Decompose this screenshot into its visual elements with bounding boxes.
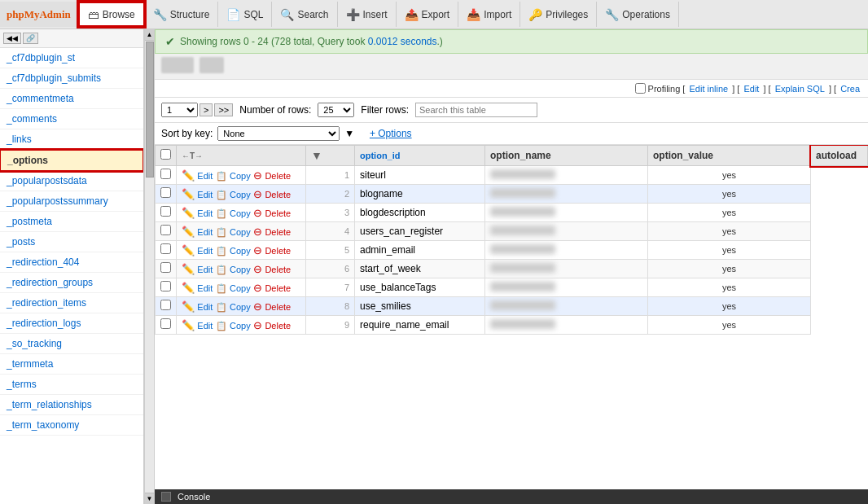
copy-btn-8[interactable]: Copy bbox=[230, 302, 251, 312]
checkbox-5[interactable] bbox=[160, 243, 171, 254]
checkbox-1[interactable] bbox=[160, 169, 171, 179]
delete-btn-6[interactable]: Delete bbox=[265, 265, 291, 274]
delete-btn-5[interactable]: Delete bbox=[265, 246, 291, 256]
nav-item-insert[interactable]: ➕Insert bbox=[338, 2, 397, 27]
row-actions-4: ✏️ Edit 📋 Copy ⊖ Delete bbox=[177, 222, 306, 241]
sidebar-item-17[interactable]: _term_relationships bbox=[0, 395, 143, 415]
cell-name-5: admin_email bbox=[355, 241, 485, 260]
sort-select[interactable]: None bbox=[217, 126, 340, 141]
nav-item-sql[interactable]: 📄SQL bbox=[218, 2, 272, 27]
sidebar-item-15[interactable]: _termmeta bbox=[0, 354, 143, 375]
sidebar-scrollbar[interactable]: ▲ ▼ bbox=[144, 29, 154, 504]
checkbox-3[interactable] bbox=[160, 206, 171, 217]
sidebar-link-button[interactable]: 🔗 bbox=[23, 33, 38, 44]
sidebar-collapse-button[interactable]: ◀◀ bbox=[3, 33, 21, 44]
delete-btn-4[interactable]: Delete bbox=[265, 227, 291, 237]
page-select[interactable]: 1 bbox=[161, 103, 198, 117]
nav-label-operations: Operations bbox=[622, 9, 670, 20]
edit-btn-2[interactable]: Edit bbox=[197, 190, 213, 199]
th-option-name[interactable]: option_name bbox=[485, 146, 648, 166]
select-all-checkbox[interactable] bbox=[160, 149, 171, 160]
explain-sql-link[interactable]: Explain SQL bbox=[775, 84, 825, 94]
cell-value-6 bbox=[485, 260, 648, 278]
sidebar-item-13[interactable]: _redirection_logs bbox=[0, 313, 143, 334]
sidebar-item-8[interactable]: _postmeta bbox=[0, 212, 143, 232]
cell-value-2 bbox=[485, 185, 648, 204]
nav-label-insert: Insert bbox=[363, 9, 388, 20]
options-link[interactable]: + Options bbox=[370, 128, 412, 139]
th-option-value[interactable]: option_value bbox=[648, 146, 811, 166]
sidebar-item-7[interactable]: _popularpostssummary bbox=[0, 191, 143, 212]
sidebar-item-0[interactable]: _cf7dbplugin_st bbox=[0, 48, 143, 68]
sidebar-item-4[interactable]: _links bbox=[0, 129, 143, 150]
sidebar-item-3[interactable]: _comments bbox=[0, 109, 143, 129]
th-option-id[interactable]: option_id bbox=[355, 146, 485, 166]
last-button[interactable]: >> bbox=[214, 103, 233, 116]
sidebar-item-5[interactable]: _options bbox=[0, 150, 143, 171]
delete-btn-1[interactable]: Delete bbox=[265, 171, 291, 181]
rows-select[interactable]: 25 50 100 bbox=[318, 103, 354, 117]
edit-btn-4[interactable]: Edit bbox=[197, 227, 213, 237]
copy-icon-6: 📋 bbox=[216, 265, 227, 274]
sidebar-item-12[interactable]: _redirection_items bbox=[0, 293, 143, 313]
copy-btn-6[interactable]: Copy bbox=[230, 265, 251, 274]
sidebar-item-1[interactable]: _cf7dbplugin_submits bbox=[0, 68, 143, 89]
delete-btn-3[interactable]: Delete bbox=[265, 208, 291, 218]
edit-inline-link[interactable]: Edit inline bbox=[689, 84, 728, 94]
delete-btn-8[interactable]: Delete bbox=[265, 302, 291, 312]
profiling-checkbox[interactable] bbox=[635, 83, 646, 94]
edit-btn-3[interactable]: Edit bbox=[197, 208, 213, 218]
edit-btn-7[interactable]: Edit bbox=[197, 283, 213, 293]
sidebar-item-14[interactable]: _so_tracking bbox=[0, 334, 143, 354]
delete-btn-2[interactable]: Delete bbox=[265, 190, 291, 199]
copy-btn-5[interactable]: Copy bbox=[230, 246, 251, 256]
action-btn-2[interactable] bbox=[199, 57, 224, 73]
delete-btn-7[interactable]: Delete bbox=[265, 283, 291, 293]
nav-item-privileges[interactable]: 🔑Privileges bbox=[520, 2, 597, 27]
copy-btn-9[interactable]: Copy bbox=[230, 321, 251, 331]
edit-btn-9[interactable]: Edit bbox=[197, 321, 213, 331]
nav-item-browse[interactable]: 🗃Browse bbox=[78, 2, 145, 27]
edit-btn-5[interactable]: Edit bbox=[197, 246, 213, 256]
search-input[interactable] bbox=[415, 103, 537, 117]
checkbox-4[interactable] bbox=[160, 225, 171, 235]
edit-btn-8[interactable]: Edit bbox=[197, 302, 213, 312]
nav-item-operations[interactable]: 🔧Operations bbox=[597, 2, 679, 27]
sidebar-item-18[interactable]: _term_taxonomy bbox=[0, 415, 143, 436]
edit-btn-1[interactable]: Edit bbox=[197, 171, 213, 181]
create-link[interactable]: Crea bbox=[840, 84, 860, 94]
sidebar-item-11[interactable]: _redirection_groups bbox=[0, 273, 143, 293]
nav-icon-export: 📤 bbox=[405, 8, 419, 21]
checkbox-8[interactable] bbox=[160, 300, 171, 310]
profiling-label: Profiling bbox=[648, 84, 681, 94]
copy-btn-4[interactable]: Copy bbox=[230, 227, 251, 237]
nav-item-structure[interactable]: 🔧Structure bbox=[145, 2, 219, 27]
sidebar-item-16[interactable]: _terms bbox=[0, 375, 143, 395]
edit-link[interactable]: Edit bbox=[743, 84, 759, 94]
nav-item-search[interactable]: 🔍Search bbox=[272, 2, 337, 27]
sidebar-item-6[interactable]: _popularpostsdata bbox=[0, 171, 143, 191]
sidebar-item-10[interactable]: _redirection_404 bbox=[0, 252, 143, 273]
checkbox-9[interactable] bbox=[160, 318, 171, 329]
th-autoload[interactable]: autoload bbox=[811, 146, 868, 166]
copy-btn-1[interactable]: Copy bbox=[230, 171, 251, 181]
sort-label: Sort by key: bbox=[161, 128, 213, 139]
copy-btn-3[interactable]: Copy bbox=[230, 208, 251, 218]
checkbox-2[interactable] bbox=[160, 187, 171, 198]
delete-btn-9[interactable]: Delete bbox=[265, 321, 291, 331]
scroll-down-button[interactable]: ▼ bbox=[145, 493, 154, 504]
checkbox-7[interactable] bbox=[160, 281, 171, 291]
scroll-thumb[interactable] bbox=[146, 42, 154, 177]
scroll-up-button[interactable]: ▲ bbox=[145, 29, 154, 41]
action-btn-1[interactable] bbox=[161, 57, 194, 73]
nav-item-import[interactable]: 📥Import bbox=[458, 2, 520, 27]
row-actions-6: ✏️ Edit 📋 Copy ⊖ Delete bbox=[177, 260, 306, 278]
copy-btn-7[interactable]: Copy bbox=[230, 283, 251, 293]
copy-btn-2[interactable]: Copy bbox=[230, 190, 251, 199]
checkbox-6[interactable] bbox=[160, 262, 171, 273]
nav-item-export[interactable]: 📤Export bbox=[397, 2, 459, 27]
edit-btn-6[interactable]: Edit bbox=[197, 265, 213, 274]
sidebar-item-9[interactable]: _posts bbox=[0, 232, 143, 252]
sidebar-item-2[interactable]: _commentmeta bbox=[0, 89, 143, 109]
next-button[interactable]: > bbox=[199, 103, 213, 116]
